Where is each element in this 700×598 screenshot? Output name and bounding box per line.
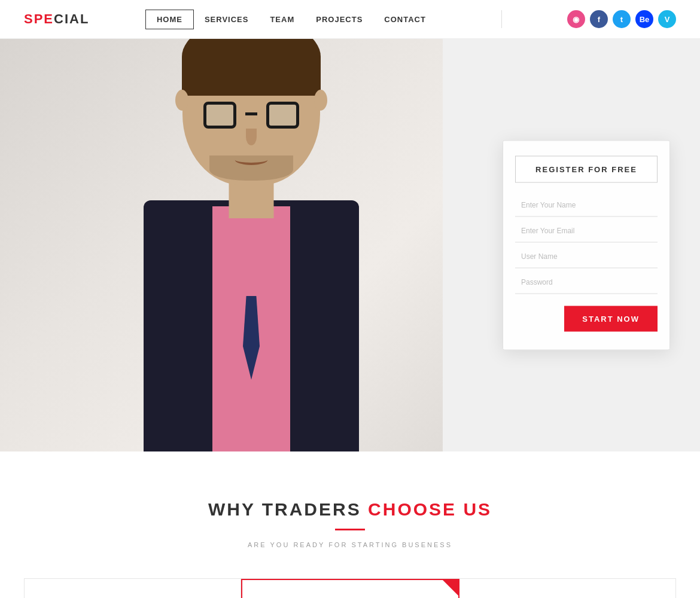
beard [209, 155, 293, 181]
nav-item-contact[interactable]: CONTACT [373, 10, 437, 29]
email-input[interactable] [515, 219, 658, 243]
nav-link-projects[interactable]: PROJECTS [305, 10, 373, 29]
right-ear [314, 90, 327, 111]
nav-item-projects[interactable]: PROJECTS [305, 10, 373, 29]
nav-divider [501, 10, 502, 28]
nav-link-team[interactable]: TEAM [259, 10, 305, 29]
features-grid: WHY OUR CONSULTING We are a full service… [24, 578, 676, 598]
register-title[interactable]: REGISTER FOR FREE [515, 156, 658, 183]
logo-spe: SPE [24, 11, 54, 26]
nav-item-home[interactable]: HOME [145, 10, 194, 29]
why-section: WHY TRADERS CHOOSE US ARE YOU READY FOR … [0, 451, 700, 598]
nav-links: HOME SERVICES TEAM PROJECTS CONTACT [145, 10, 437, 29]
logo[interactable]: SPECIAL [24, 11, 89, 27]
left-ear [175, 90, 188, 111]
logo-cial: CIAL [54, 11, 89, 26]
head [182, 39, 320, 185]
why-title-highlight: CHOOSE US [368, 499, 492, 519]
why-title: WHY TRADERS CHOOSE US [24, 499, 676, 520]
hair-top [182, 39, 321, 96]
left-glasses [203, 102, 236, 129]
right-glasses [266, 102, 299, 129]
social-icons: ◉ f t Be V [567, 10, 676, 28]
facebook-icon[interactable]: f [590, 10, 608, 28]
person-figure [102, 39, 401, 451]
feature-card-leadership: THOUGHT LEADERSHIP We are a full service… [459, 579, 675, 598]
vimeo-icon[interactable]: V [658, 10, 676, 28]
nav-link-services[interactable]: SERVICES [194, 10, 260, 29]
corner-accent [442, 579, 459, 597]
navbar: SPECIAL HOME SERVICES TEAM PROJECTS CONT… [0, 0, 700, 39]
dribbble-icon[interactable]: ◉ [567, 10, 585, 28]
register-card: REGISTER FOR FREE START NOW [503, 141, 670, 350]
nav-item-team[interactable]: TEAM [259, 10, 305, 29]
why-title-part1: WHY TRADERS [208, 499, 368, 519]
glasses-bridge [245, 112, 257, 115]
password-input[interactable] [515, 271, 658, 294]
name-input[interactable] [515, 194, 658, 217]
nav-link-home[interactable]: HOME [145, 10, 194, 29]
nav-link-contact[interactable]: CONTACT [373, 10, 437, 29]
feature-card-consulting: WHY OUR CONSULTING We are a full service… [25, 579, 241, 598]
username-input[interactable] [515, 245, 658, 269]
feature-card-insights: ↗ GLOBAL CONSUMER INSIGHTS We are a full… [241, 579, 459, 598]
why-subtitle: ARE YOU READY FOR STARTING BUSENESS [24, 541, 676, 548]
hero-image [0, 39, 443, 451]
twitter-icon[interactable]: t [613, 10, 631, 28]
why-divider [335, 529, 365, 530]
nose [246, 129, 257, 145]
start-now-button[interactable]: START NOW [564, 306, 658, 332]
hero-section: REGISTER FOR FREE START NOW [0, 39, 700, 451]
behance-icon[interactable]: Be [635, 10, 653, 28]
nav-item-services[interactable]: SERVICES [194, 10, 260, 29]
